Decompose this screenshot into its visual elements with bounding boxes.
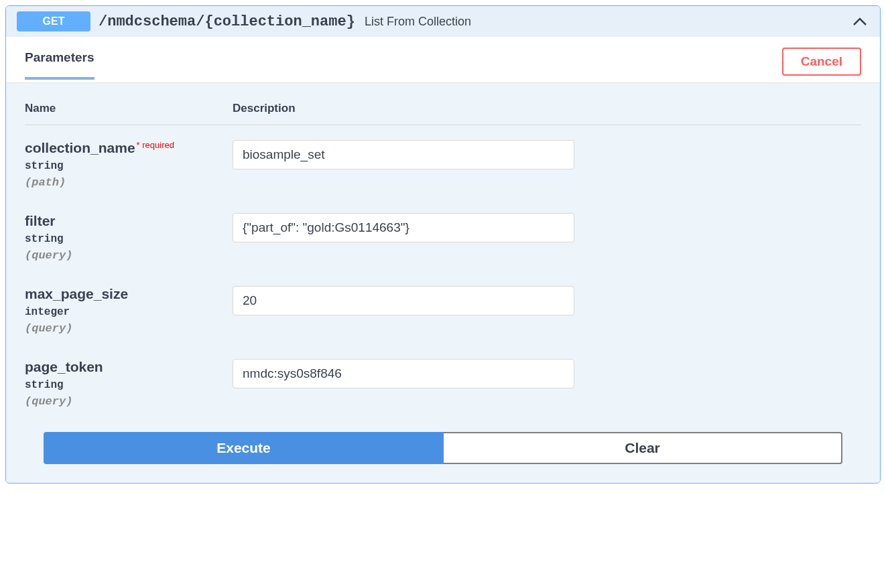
page-token-input[interactable] xyxy=(233,359,574,388)
parameters-body: Name Description collection_name* requir… xyxy=(6,83,880,483)
param-row-filter: filter string (query) xyxy=(25,213,861,262)
action-buttons: Execute Clear xyxy=(25,432,861,464)
param-type: string xyxy=(25,379,233,391)
param-type: string xyxy=(25,160,233,172)
parameters-tab-bar: Parameters Cancel xyxy=(6,37,880,83)
endpoint-summary: List From Collection xyxy=(365,15,471,29)
param-required: * required xyxy=(137,140,174,150)
param-type: integer xyxy=(25,306,233,318)
column-header-name: Name xyxy=(25,102,233,115)
clear-button[interactable]: Clear xyxy=(444,432,842,464)
param-row-collection-name: collection_name* required string (path) xyxy=(25,140,861,189)
param-in: (query) xyxy=(25,249,233,262)
operation-block: GET /nmdcschema/{collection_name} List F… xyxy=(5,5,881,484)
param-in: (path) xyxy=(25,176,233,189)
param-row-max-page-size: max_page_size integer (query) xyxy=(25,286,861,335)
cancel-button[interactable]: Cancel xyxy=(782,48,861,76)
param-row-page-token: page_token string (query) xyxy=(25,359,861,408)
column-header-description: Description xyxy=(233,102,296,115)
param-in: (query) xyxy=(25,322,233,335)
tab-parameters[interactable]: Parameters xyxy=(25,50,94,80)
param-in: (query) xyxy=(25,395,233,408)
param-type: string xyxy=(25,233,233,245)
max-page-size-input[interactable] xyxy=(233,286,574,315)
param-name: page_token xyxy=(25,359,103,374)
endpoint-path: /nmdcschema/{collection_name} xyxy=(99,13,355,30)
filter-input[interactable] xyxy=(233,213,574,242)
execute-button[interactable]: Execute xyxy=(44,432,444,464)
chevron-up-icon[interactable] xyxy=(850,12,869,31)
param-name: filter xyxy=(25,213,56,228)
params-table-header: Name Description xyxy=(25,83,861,125)
param-name: max_page_size xyxy=(25,286,128,301)
method-badge: GET xyxy=(17,11,90,31)
collection-name-input[interactable] xyxy=(233,140,574,169)
operation-header[interactable]: GET /nmdcschema/{collection_name} List F… xyxy=(6,6,880,37)
param-name: collection_name xyxy=(25,140,135,155)
